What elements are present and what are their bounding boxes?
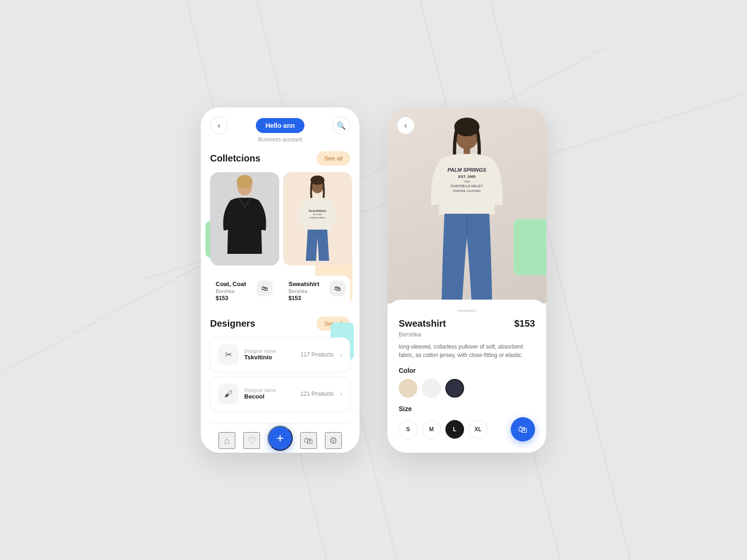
search-button[interactable]: 🔍 xyxy=(332,117,350,134)
size-label: Size xyxy=(399,405,535,413)
svg-text:COACHELLA VALLEY: COACHELLA VALLEY xyxy=(451,184,483,188)
color-swatch-white[interactable] xyxy=(422,379,441,398)
coat-image xyxy=(219,175,270,263)
svg-text:EST. 1985: EST. 1985 xyxy=(458,175,476,179)
product-image-section: ‹ PALM SPRINGS xyxy=(388,107,546,303)
products-info-row: Coat, Coat Bershka $153 🛍 Sweatshirt Ber… xyxy=(210,276,350,306)
sweatshirt-image: PALM SPRINGS EST. 1985 COACHELLA VALLEY xyxy=(292,175,343,263)
designer-row-1[interactable]: ✂ Designer name Tskvitinio 117 Products … xyxy=(210,337,350,372)
svg-text:RIVERSIDE, CALIFORNIA: RIVERSIDE, CALIFORNIA xyxy=(453,189,481,192)
svg-text:EST. 1985: EST. 1985 xyxy=(313,213,322,216)
bottom-nav: ⌂ ♡ + 🛍 ⚙ xyxy=(210,423,350,453)
color-label: Color xyxy=(399,367,535,374)
filter-icon: ⚙ xyxy=(329,435,338,446)
designers-header: Designers See all xyxy=(210,316,350,331)
product-card-sweatshirt[interactable]: PALM SPRINGS EST. 1985 COACHELLA VALLEY xyxy=(283,172,350,266)
hello-badge: Hello ann xyxy=(256,118,304,133)
phone1: ‹ Hello ann 🔍 Business account Colletcio… xyxy=(201,107,359,453)
designer-name-1: Tskvitinio xyxy=(244,354,295,361)
chevron-right-icon-1: › xyxy=(340,351,342,358)
back-button[interactable]: ‹ xyxy=(210,117,228,134)
designer-label-2: Designer name xyxy=(244,388,295,393)
svg-point-7 xyxy=(237,175,253,188)
designer-icon-2: 🖌 xyxy=(218,384,239,404)
product-price: $153 xyxy=(514,318,536,329)
phones-container: ‹ Hello ann 🔍 Business account Colletcio… xyxy=(201,107,546,453)
add-to-cart-sweatshirt-button[interactable]: 🛍 xyxy=(330,280,345,296)
product-brand: Bershka xyxy=(399,331,535,338)
product-info-sweatshirt: Sweatshirt Bershka $153 🛍 xyxy=(283,276,350,306)
cart-icon: 🛍 xyxy=(518,424,528,435)
size-options: S M L XL 🛍 xyxy=(399,417,535,441)
phone2-back-button[interactable]: ‹ xyxy=(397,117,415,134)
size-l-button[interactable]: L xyxy=(445,420,464,439)
designers-section: Designers See all ✂ Designer name Tskvit… xyxy=(210,316,350,416)
add-nav-button[interactable]: + xyxy=(268,426,293,451)
size-m-button[interactable]: M xyxy=(422,420,441,439)
chevron-right-icon-2: › xyxy=(340,390,342,398)
plus-icon: + xyxy=(276,431,284,446)
heart-icon: ♡ xyxy=(247,435,256,446)
add-to-cart-coat-button[interactable]: 🛍 xyxy=(257,280,273,296)
detail-header: Sweatshirt $153 xyxy=(399,318,535,329)
product-card-coat[interactable] xyxy=(210,172,277,266)
designer-icon-1: ✂ xyxy=(218,344,239,365)
home-icon: ⌂ xyxy=(224,435,230,446)
color-options xyxy=(399,379,535,398)
phone2: ‹ PALM SPRINGS xyxy=(388,107,546,453)
bag-nav-button[interactable]: 🛍 xyxy=(300,432,317,449)
bag-icon: 🛍 xyxy=(304,435,313,446)
designer-row-2[interactable]: 🖌 Designer name Becool 121 Products › xyxy=(210,377,350,411)
svg-text:PALM SPRINGS: PALM SPRINGS xyxy=(448,167,487,173)
designer-right-1: 117 Products › xyxy=(301,351,342,358)
phone1-header: ‹ Hello ann 🔍 xyxy=(210,117,350,134)
collections-title: Colletcions xyxy=(210,153,261,164)
size-xl-button[interactable]: XL xyxy=(469,420,487,439)
product-detail-card: Sweatshirt $153 Bershka long-sleeved, co… xyxy=(388,300,546,453)
color-swatch-navy[interactable] xyxy=(445,379,464,398)
favorites-nav-button[interactable]: ♡ xyxy=(243,432,260,449)
size-s-button[interactable]: S xyxy=(399,420,417,439)
svg-text:PALM SPRINGS: PALM SPRINGS xyxy=(309,210,326,212)
collections-header: Colletcions See all xyxy=(210,151,350,166)
color-swatch-beige[interactable] xyxy=(399,379,417,398)
filter-nav-button[interactable]: ⚙ xyxy=(325,432,342,449)
model-image: PALM SPRINGS EST. 1985 USA COACHELLA VAL… xyxy=(388,107,546,303)
designer-products-2: 121 Products xyxy=(301,391,334,397)
designer-label-1: Designer name xyxy=(244,349,295,354)
svg-point-15 xyxy=(454,118,479,136)
designers-title: Designers xyxy=(210,318,255,329)
home-nav-button[interactable]: ⌂ xyxy=(218,432,235,449)
designer-right-2: 121 Products › xyxy=(301,390,342,398)
see-all-button[interactable]: See all xyxy=(317,151,350,166)
product-info-coat: Coat, Coat Bershka $153 🛍 xyxy=(210,276,277,306)
model-svg: PALM SPRINGS EST. 1985 USA COACHELLA VAL… xyxy=(416,117,518,303)
business-account-label: Business account xyxy=(210,136,350,143)
svg-point-9 xyxy=(310,175,324,185)
add-to-cart-button[interactable]: 🛍 xyxy=(511,417,535,441)
product-title: Sweatshirt xyxy=(399,318,446,329)
svg-text:USA: USA xyxy=(464,180,470,183)
designer-name-2: Becool xyxy=(244,393,295,400)
designer-info-2: Designer name Becool xyxy=(244,388,295,400)
search-icon: 🔍 xyxy=(337,121,346,130)
designer-products-1: 117 Products xyxy=(301,351,334,358)
drag-indicator xyxy=(458,310,476,312)
designer-info-1: Designer name Tskvitinio xyxy=(244,349,295,361)
svg-text:COACHELLA VALLEY: COACHELLA VALLEY xyxy=(310,217,326,219)
product-description: long-sleeved, collarless pullover of sof… xyxy=(399,343,535,359)
